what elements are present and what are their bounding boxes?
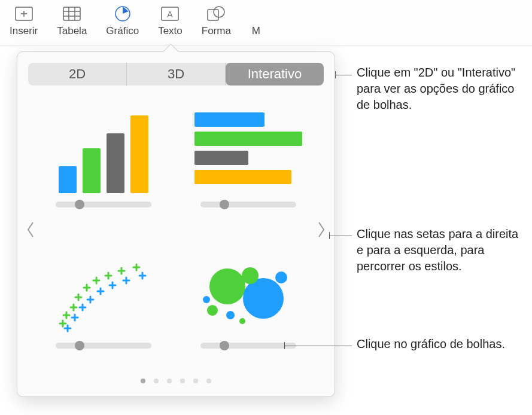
chart-grid <box>28 86 324 374</box>
toolbar-table[interactable]: Tabela <box>47 5 96 37</box>
callout-bubble: Clique no gráfico de bolhas. <box>357 336 505 352</box>
page-dot[interactable] <box>141 379 145 383</box>
page-dot[interactable] <box>180 379 185 383</box>
chart-grid-wrapper <box>28 86 324 374</box>
toolbar-label: Tabela <box>57 25 87 37</box>
style-slider[interactable] <box>56 202 151 208</box>
chart-option-bubble[interactable] <box>185 245 312 368</box>
toolbar-more[interactable]: M <box>241 5 276 37</box>
next-arrow[interactable] <box>314 218 329 242</box>
shape-icon <box>205 5 227 23</box>
prev-arrow[interactable] <box>23 218 38 242</box>
svg-point-48 <box>243 278 284 319</box>
page-dots <box>28 374 324 383</box>
svg-rect-11 <box>208 10 218 20</box>
tab-2d[interactable]: 2D <box>28 63 127 86</box>
toolbar-label: Gráfico <box>106 25 139 37</box>
callout-tabs: Clique em "2D" ou "Interativo" para ver … <box>357 65 527 113</box>
svg-point-52 <box>226 311 235 319</box>
toolbar-label: M <box>252 25 260 37</box>
svg-point-49 <box>242 267 259 284</box>
toolbar-shape[interactable]: Forma <box>192 5 241 37</box>
page-dot[interactable] <box>193 379 198 383</box>
page-dot[interactable] <box>206 379 211 383</box>
table-icon <box>61 5 83 23</box>
chart-option-scatter[interactable] <box>40 245 167 368</box>
toolbar-insert[interactable]: Inserir <box>0 5 47 37</box>
scatter-chart-preview <box>50 245 157 334</box>
svg-point-53 <box>203 296 210 303</box>
toolbar-label: Forma <box>202 25 231 37</box>
chart-type-tabs: 2D 3D Interativo <box>28 63 324 86</box>
svg-point-12 <box>214 7 224 17</box>
toolbar: Inserir Tabela Gráfico A Texto Forma M <box>0 0 532 45</box>
chart-option-hbar[interactable] <box>185 103 312 227</box>
hbar-chart-preview <box>194 103 302 193</box>
svg-rect-3 <box>63 7 80 20</box>
callout-arrows: Clique nas setas para a direita e para a… <box>357 226 527 274</box>
page-dot[interactable] <box>154 379 159 383</box>
bubble-chart-preview <box>194 245 302 334</box>
toolbar-text[interactable]: A Texto <box>148 5 192 37</box>
more-icon <box>245 5 267 23</box>
toolbar-label: Inserir <box>10 25 38 37</box>
chart-option-bar[interactable] <box>40 103 167 227</box>
chart-icon <box>112 5 133 23</box>
page-dot[interactable] <box>167 379 172 383</box>
insert-icon <box>13 5 35 23</box>
svg-point-51 <box>207 305 218 316</box>
style-slider[interactable] <box>56 343 151 349</box>
style-slider[interactable] <box>200 343 296 349</box>
bar-chart-preview <box>50 103 157 193</box>
svg-point-47 <box>209 268 245 304</box>
style-slider[interactable] <box>200 202 296 208</box>
tab-3d[interactable]: 3D <box>127 63 226 86</box>
text-icon: A <box>159 5 181 23</box>
toolbar-label: Texto <box>158 25 183 37</box>
svg-point-54 <box>239 318 245 324</box>
toolbar-chart[interactable]: Gráfico <box>96 5 148 37</box>
svg-point-50 <box>275 271 287 283</box>
svg-text:A: A <box>168 10 174 19</box>
tab-interactive[interactable]: Interativo <box>226 63 324 86</box>
